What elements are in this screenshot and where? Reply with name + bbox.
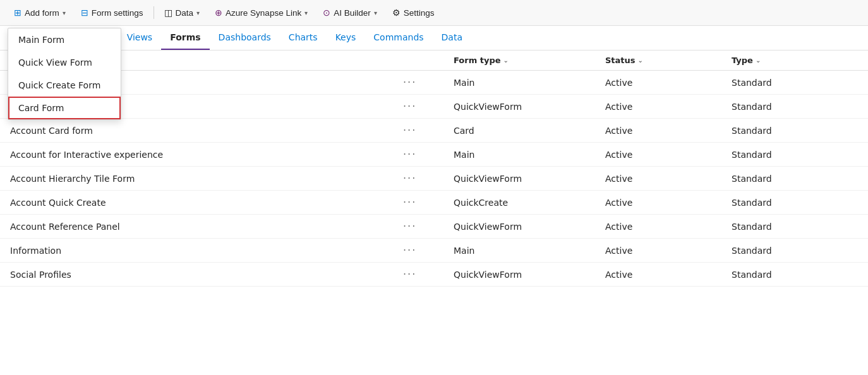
row-form-type-7: Main <box>454 246 605 256</box>
add-form-icon: ⊞ <box>14 8 21 18</box>
row-status-0: Active <box>605 78 732 88</box>
row-type-0: Standard <box>732 78 858 88</box>
form-settings-button[interactable]: ⊟ Form settings <box>75 4 150 21</box>
data-icon: ◫ <box>164 8 172 18</box>
row-status-1: Active <box>605 102 732 112</box>
row-status-5: Active <box>605 198 732 208</box>
row-name-6: Account Reference Panel <box>10 222 403 232</box>
tab-keys[interactable]: Keys <box>327 26 365 50</box>
row-form-type-4: QuickViewForm <box>454 174 605 184</box>
table-row[interactable]: account card ··· QuickViewForm Active St… <box>0 95 868 119</box>
row-type-3: Standard <box>732 150 858 160</box>
row-type-8: Standard <box>732 270 858 280</box>
settings-button[interactable]: ⚙ Settings <box>386 4 441 21</box>
dropdown-item-quick-view-form[interactable]: Quick View Form <box>8 51 121 74</box>
row-form-type-8: QuickViewForm <box>454 270 605 280</box>
row-actions-2[interactable]: ··· <box>403 124 454 136</box>
form-settings-label: Form settings <box>92 8 143 18</box>
tab-data[interactable]: Data <box>433 26 471 50</box>
col-header-form-type[interactable]: Form type ⌄ <box>454 56 605 65</box>
dropdown-item-card-form[interactable]: Card Form <box>8 97 121 119</box>
col-header-type[interactable]: Type ⌄ <box>732 56 858 65</box>
tab-charts[interactable]: Charts <box>280 26 327 50</box>
row-form-type-6: QuickViewForm <box>454 222 605 232</box>
toolbar-divider-1 <box>154 6 154 19</box>
row-form-type-3: Main <box>454 150 605 160</box>
row-name-5: Account Quick Create <box>10 198 403 208</box>
row-type-6: Standard <box>732 222 858 232</box>
nav-tabs: … Business rules Views Forms Dashboards … <box>0 26 868 51</box>
table-row[interactable]: Social Profiles ··· QuickViewForm Active… <box>0 263 868 287</box>
row-actions-5[interactable]: ··· <box>403 196 454 208</box>
table-row[interactable]: Account ··· Main Active Standard <box>0 71 868 95</box>
col-header-dots <box>403 56 454 65</box>
status-sort-icon: ⌄ <box>638 57 643 64</box>
row-actions-4[interactable]: ··· <box>403 172 454 184</box>
tab-commands[interactable]: Commands <box>365 26 432 50</box>
dropdown-item-quick-create-form[interactable]: Quick Create Form <box>8 74 121 97</box>
row-name-7: Information <box>10 246 403 256</box>
row-type-5: Standard <box>732 198 858 208</box>
ai-builder-icon: ⊙ <box>323 8 330 18</box>
col-header-status[interactable]: Status ⌄ <box>605 56 732 65</box>
table-row[interactable]: Account Card form ··· Card Active Standa… <box>0 119 868 143</box>
add-form-label: Add form <box>25 8 59 18</box>
row-status-7: Active <box>605 246 732 256</box>
add-form-button[interactable]: ⊞ Add form ▾ <box>8 4 72 21</box>
row-type-4: Standard <box>732 174 858 184</box>
azure-synapse-chevron: ▾ <box>304 9 308 16</box>
row-actions-3[interactable]: ··· <box>403 148 454 160</box>
table-row[interactable]: Account Reference Panel ··· QuickViewFor… <box>0 215 868 239</box>
row-name-3: Account for Interactive experience <box>10 150 403 160</box>
table-row[interactable]: Account Quick Create ··· QuickCreate Act… <box>0 191 868 215</box>
table-body: Account ··· Main Active Standard account… <box>0 71 868 287</box>
row-form-type-1: QuickViewForm <box>454 102 605 112</box>
row-actions-0[interactable]: ··· <box>403 76 454 88</box>
add-form-dropdown: Main Form Quick View Form Quick Create F… <box>8 28 121 120</box>
data-label: Data <box>176 8 194 18</box>
azure-synapse-icon: ⊕ <box>215 8 222 18</box>
row-status-4: Active <box>605 174 732 184</box>
dropdown-item-main-form[interactable]: Main Form <box>8 28 121 51</box>
form-settings-icon: ⊟ <box>81 8 88 18</box>
ai-builder-label: AI Builder <box>334 8 371 18</box>
row-actions-7[interactable]: ··· <box>403 244 454 256</box>
row-status-6: Active <box>605 222 732 232</box>
toolbar: ⊞ Add form ▾ ⊟ Form settings ◫ Data ▾ ⊕ … <box>0 0 868 26</box>
row-actions-1[interactable]: ··· <box>403 100 454 112</box>
ai-builder-chevron: ▾ <box>374 9 377 16</box>
row-name-2: Account Card form <box>10 126 403 136</box>
row-name-4: Account Hierarchy Tile Form <box>10 174 403 184</box>
tab-dashboards[interactable]: Dashboards <box>210 26 280 50</box>
row-type-2: Standard <box>732 126 858 136</box>
azure-synapse-button[interactable]: ⊕ Azure Synapse Link ▾ <box>208 4 314 21</box>
settings-label: Settings <box>404 8 435 18</box>
table-row[interactable]: Account Hierarchy Tile Form ··· QuickVie… <box>0 167 868 191</box>
table-row[interactable]: Account for Interactive experience ··· M… <box>0 143 868 167</box>
form-type-sort-icon: ⌄ <box>503 57 509 64</box>
row-status-3: Active <box>605 150 732 160</box>
tab-views[interactable]: Views <box>118 26 162 50</box>
row-form-type-5: QuickCreate <box>454 198 605 208</box>
row-actions-8[interactable]: ··· <box>403 268 454 280</box>
table-header: Form type ⌄ Status ⌄ Type ⌄ <box>0 51 868 71</box>
row-form-type-0: Main <box>454 78 605 88</box>
azure-synapse-label: Azure Synapse Link <box>226 8 301 18</box>
data-button[interactable]: ◫ Data ▾ <box>158 4 207 21</box>
add-form-chevron: ▾ <box>63 9 66 16</box>
row-actions-6[interactable]: ··· <box>403 220 454 232</box>
row-status-2: Active <box>605 126 732 136</box>
row-name-8: Social Profiles <box>10 270 403 280</box>
forms-table: Form type ⌄ Status ⌄ Type ⌄ Account ··· … <box>0 51 868 287</box>
table-row[interactable]: Information ··· Main Active Standard <box>0 239 868 263</box>
data-chevron: ▾ <box>196 9 200 16</box>
row-type-7: Standard <box>732 246 858 256</box>
type-sort-icon: ⌄ <box>756 57 761 64</box>
tab-forms[interactable]: Forms <box>161 26 209 50</box>
row-status-8: Active <box>605 270 732 280</box>
ai-builder-button[interactable]: ⊙ AI Builder ▾ <box>316 4 383 21</box>
row-form-type-2: Card <box>454 126 605 136</box>
row-type-1: Standard <box>732 102 858 112</box>
settings-icon: ⚙ <box>392 8 401 18</box>
